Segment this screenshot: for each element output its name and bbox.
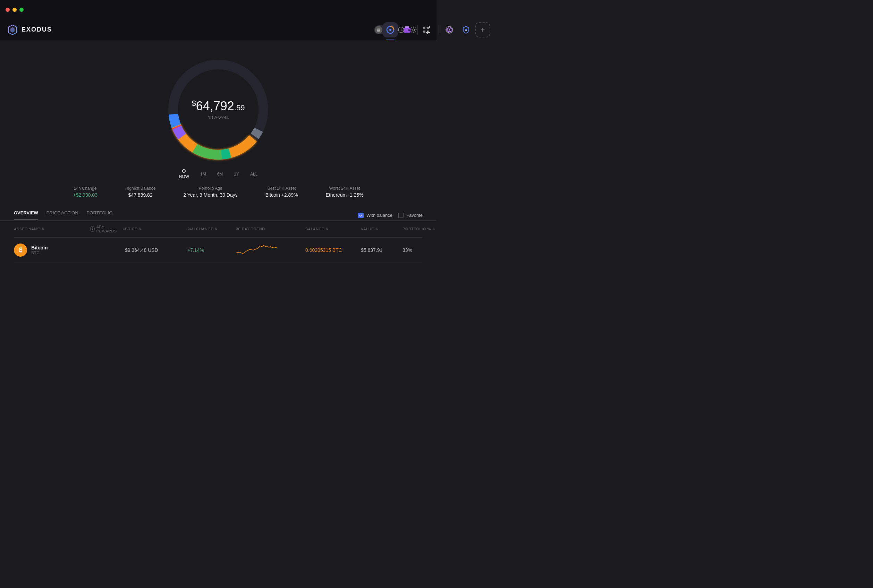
top-navigation: EXODUS [0, 20, 436, 40]
portfolio-donut-chart: $64,792.59 10 Assets [163, 54, 274, 165]
wallet-icon [403, 26, 411, 34]
stats-row: 24h Change +$2,930.03 Highest Balance $4… [59, 186, 377, 198]
center-navigation: + + [383, 22, 436, 38]
bitcoin-sparkline [236, 243, 278, 256]
tabs-filters: With balance Favorite [358, 213, 423, 218]
bitcoin-name: Bitcoin [31, 245, 48, 250]
th-24h-change[interactable]: 24H CHANGE ⇅ [188, 225, 236, 233]
favorite-label: Favorite [406, 213, 423, 218]
th-value[interactable]: VALUE ⇅ [361, 225, 402, 233]
logo-area: EXODUS [7, 24, 52, 35]
stat-best-24h: Best 24H Asset Bitcoin +2.89% [266, 186, 298, 198]
nav-portfolio-button[interactable] [383, 22, 398, 38]
bitcoin-trend-chart [236, 243, 305, 257]
maximize-button[interactable] [20, 8, 24, 12]
assets-table: ASSET NAME ⇅ ? APY REWARDS ⇅ PRICE ⇅ 24H… [0, 220, 436, 262]
bitcoin-portfolio-pct: 33% [402, 248, 436, 253]
timeline-dot-now [182, 169, 186, 173]
lock-toggle-knob [375, 26, 382, 34]
tabs-section: OVERVIEW PRICE ACTION PORTFOLIO With bal… [0, 205, 436, 220]
timeline-label-now: NOW [179, 174, 189, 179]
apy-question-badge[interactable]: ? [90, 226, 95, 232]
th-balance[interactable]: BALANCE ⇅ [305, 225, 361, 233]
table-header: ASSET NAME ⇅ ? APY REWARDS ⇅ PRICE ⇅ 24H… [14, 220, 423, 238]
th-apy[interactable]: ? APY REWARDS ⇅ [90, 225, 125, 233]
stat-worst-24h: Worst 24H Asset Ethereum -1,25% [326, 186, 364, 198]
minimize-button[interactable] [12, 8, 16, 12]
portfolio-section: $64,792.59 10 Assets NOW 1M 6M 1Y ALL [0, 47, 436, 205]
filter-favorite: Favorite [398, 213, 423, 218]
currency-symbol: $ [192, 99, 196, 108]
sort-icon-asset: ⇅ [42, 227, 45, 231]
timeline-1m[interactable]: 1M [200, 172, 206, 177]
stat-highest-label: Highest Balance [125, 186, 156, 191]
tab-portfolio[interactable]: PORTFOLIO [87, 210, 113, 220]
svg-point-6 [408, 30, 409, 30]
bitcoin-price: $9,364.48 USD [125, 248, 188, 253]
timeline-1y[interactable]: 1Y [234, 172, 239, 177]
timeline-label-6m: 6M [217, 172, 223, 177]
th-price[interactable]: PRICE ⇅ [125, 225, 188, 233]
exchange-icon [424, 26, 432, 34]
favorite-checkbox[interactable] [398, 213, 404, 218]
stat-24h-change: 24h Change +$2,930.03 [73, 186, 97, 198]
main-content: $64,792.59 10 Assets NOW 1M 6M 1Y ALL [0, 40, 436, 262]
checkmark-icon [359, 214, 363, 217]
stat-worst-label: Worst 24H Asset [326, 186, 364, 191]
th-asset-name[interactable]: ASSET NAME ⇅ [14, 225, 90, 233]
bitcoin-name-group: Bitcoin BTC [31, 245, 48, 255]
table-row[interactable]: ₿ Bitcoin BTC $9,364.48 USD +7.14% 0.602… [14, 238, 423, 262]
sort-icon-portfolio: ⇅ [432, 227, 435, 231]
tab-overview[interactable]: OVERVIEW [14, 210, 38, 220]
portfolio-value-center: $64,792.59 10 Assets [192, 99, 245, 120]
th-30day-trend: 30 DAY TREND [236, 225, 305, 233]
bitcoin-balance: 0.60205315 BTC [305, 248, 361, 253]
stat-best-value: Bitcoin +2.89% [266, 192, 298, 198]
timeline-6m[interactable]: 6M [217, 172, 223, 177]
portfolio-amount: $64,792.59 [192, 99, 245, 113]
sort-icon-value: ⇅ [375, 227, 378, 231]
stat-24h-label: 24h Change [73, 186, 97, 191]
stat-24h-value: +$2,930.03 [73, 192, 97, 198]
nav-separator [417, 25, 418, 35]
traffic-lights [6, 8, 24, 12]
sort-icon-apy: ⇅ [122, 227, 125, 231]
bitcoin-icon: ₿ [14, 243, 27, 257]
timeline-label-1y: 1Y [234, 172, 239, 177]
nav-wallet-button[interactable] [399, 22, 415, 38]
portfolio-assets-count: 10 Assets [192, 115, 245, 120]
lock-icon [376, 28, 381, 32]
sort-icon-balance: ⇅ [326, 227, 329, 231]
asset-cell-bitcoin: ₿ Bitcoin BTC [14, 243, 90, 257]
sort-icon-price: ⇅ [139, 227, 142, 231]
timeline-all[interactable]: ALL [250, 172, 258, 177]
stat-highest-balance: Highest Balance $47,839.82 [125, 186, 156, 198]
bitcoin-value: $5,637.91 [361, 248, 402, 253]
close-button[interactable] [6, 8, 10, 12]
logo-text: EXODUS [21, 26, 52, 33]
portfolio-icon [386, 26, 394, 34]
stat-worst-value: Ethereum -1,25% [326, 192, 364, 198]
svg-point-3 [389, 29, 392, 31]
timeline: NOW 1M 6M 1Y ALL [179, 169, 258, 179]
bitcoin-change: +7.14% [188, 248, 236, 253]
exodus-logo-icon [7, 24, 18, 35]
bitcoin-ticker: BTC [31, 250, 48, 255]
th-portfolio-pct[interactable]: PORTFOLIO % ⇅ [402, 225, 436, 233]
sort-icon-change: ⇅ [215, 227, 218, 231]
stat-highest-value: $47,839.82 [125, 192, 156, 198]
timeline-now[interactable]: NOW [179, 169, 189, 179]
titlebar [0, 0, 436, 20]
timeline-label-1m: 1M [200, 172, 206, 177]
with-balance-checkbox[interactable] [358, 213, 364, 218]
with-balance-label: With balance [366, 213, 392, 218]
nav-exchange-button[interactable] [420, 22, 436, 38]
stat-age-label: Portfolio Age [183, 186, 237, 191]
filter-with-balance: With balance [358, 213, 392, 218]
stat-age-value: 2 Year, 3 Month, 30 Days [183, 192, 237, 198]
svg-marker-1 [10, 27, 15, 33]
stat-best-label: Best 24H Asset [266, 186, 298, 191]
tab-price-action[interactable]: PRICE ACTION [46, 210, 78, 220]
svg-rect-13 [377, 30, 380, 32]
stat-portfolio-age: Portfolio Age 2 Year, 3 Month, 30 Days [183, 186, 237, 198]
